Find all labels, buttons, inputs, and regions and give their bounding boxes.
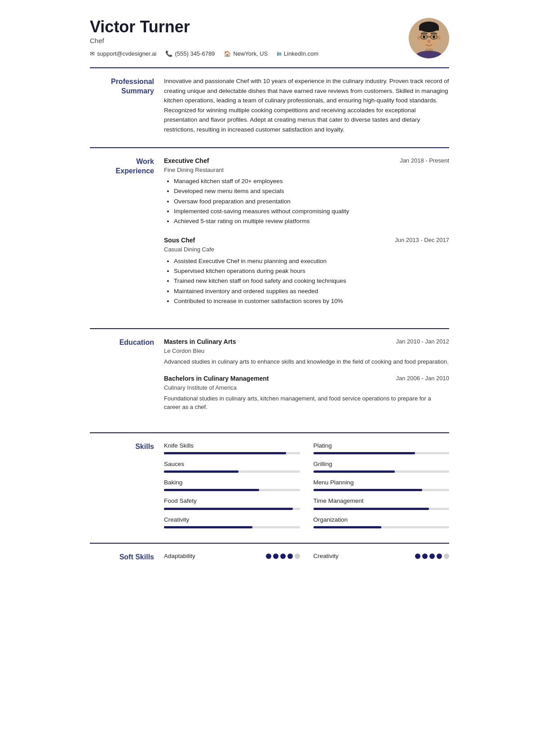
skill-name: Baking — [164, 478, 300, 487]
job-bullets: Assisted Executive Chef in menu planning… — [164, 257, 449, 306]
work-label-text: WorkExperience — [116, 158, 154, 175]
summary-content: Innovative and passionate Chef with 10 y… — [164, 76, 449, 135]
edu-school: Le Cordon Bleu — [164, 347, 449, 356]
linkedin-icon: in — [277, 50, 282, 58]
work-label: WorkExperience — [90, 156, 164, 316]
skills-content: Knife SkillsPlatingSaucesGrillingBakingM… — [164, 441, 449, 530]
summary-divider — [90, 147, 449, 148]
svg-point-12 — [433, 35, 435, 38]
education-label-text: Education — [119, 338, 154, 346]
header-left: Victor Turner Chef ✉ support@cvdesigner.… — [90, 18, 318, 58]
skills-label-text: Skills — [135, 443, 154, 450]
job-bullet: Trained new kitchen staff on food safety… — [174, 277, 449, 286]
education-divider — [90, 432, 449, 433]
job-bullet: Supervised kitchen operations during pea… — [174, 267, 449, 276]
skills-section: Skills Knife SkillsPlatingSaucesGrilling… — [90, 441, 449, 530]
edu-description: Foundational studies in culinary arts, k… — [164, 394, 449, 412]
skills-grid: Knife SkillsPlatingSaucesGrillingBakingM… — [164, 441, 449, 530]
skill-bar-fill — [164, 489, 259, 491]
phone-icon: 📞 — [165, 49, 172, 58]
soft-skill-item: Adaptability — [164, 552, 300, 561]
job-bullets: Managed kitchen staff of 20+ employeesDe… — [164, 177, 449, 226]
edu-header: Bachelors in Culinary ManagementJan 2006… — [164, 374, 449, 383]
soft-skills-section: Soft Skills AdaptabilityCreativity — [90, 552, 449, 562]
skill-bar-fill — [164, 470, 239, 473]
education-label: Education — [90, 337, 164, 420]
skill-name: Menu Planning — [314, 478, 450, 487]
skills-label: Skills — [90, 441, 164, 530]
skill-item: Sauces — [164, 460, 300, 473]
dot-filled — [415, 554, 420, 559]
svg-point-7 — [437, 35, 441, 40]
skill-bar-container — [314, 526, 450, 528]
job-bullet: Oversaw food preparation and presentatio… — [174, 197, 449, 206]
location-contact: 🏠 NewYork, US — [224, 49, 268, 58]
work-experience-section: WorkExperience Executive ChefJan 2018 - … — [90, 156, 449, 316]
email-icon: ✉ — [90, 49, 95, 58]
candidate-photo — [409, 18, 449, 58]
skill-bar-container — [314, 470, 450, 473]
professional-summary-section: ProfessionalSummary Innovative and passi… — [90, 76, 449, 135]
dot-filled — [266, 554, 271, 559]
soft-skill-name: Adaptability — [164, 552, 195, 561]
job-bullet: Assisted Executive Chef in menu planning… — [174, 257, 449, 266]
summary-text: Innovative and passionate Chef with 10 y… — [164, 76, 449, 135]
skill-item: Menu Planning — [314, 478, 450, 491]
edu-item: Bachelors in Culinary ManagementJan 2006… — [164, 374, 449, 412]
skill-bar-container — [164, 470, 300, 473]
skill-bar-container — [164, 526, 300, 528]
skill-bar-fill — [314, 452, 415, 454]
skill-bar-fill — [164, 526, 252, 528]
candidate-name: Victor Turner — [90, 18, 318, 36]
edu-school: Culinary Institute of America — [164, 383, 449, 392]
photo-svg — [409, 18, 449, 58]
skill-item: Organization — [314, 515, 450, 528]
email-contact: ✉ support@cvdesigner.ai — [90, 49, 156, 58]
resume-header: Victor Turner Chef ✉ support@cvdesigner.… — [90, 18, 449, 58]
soft-skill-name: Creativity — [314, 552, 339, 561]
skill-item: Grilling — [314, 460, 450, 473]
candidate-title: Chef — [90, 36, 318, 46]
work-divider — [90, 328, 449, 329]
svg-point-13 — [428, 40, 430, 43]
job-header: Sous ChefJun 2013 - Dec 2017 — [164, 236, 449, 245]
education-content: Masters in Culinary ArtsJan 2010 - Jan 2… — [164, 337, 449, 420]
edu-date: Jan 2006 - Jan 2010 — [396, 374, 449, 383]
edu-date: Jan 2010 - Jan 2012 — [396, 337, 449, 346]
job-company: Casual Dining Cafe — [164, 245, 449, 254]
skill-bar-fill — [314, 470, 395, 473]
skill-bar-container — [314, 452, 450, 454]
job-date: Jan 2018 - Present — [400, 156, 449, 165]
contact-info: ✉ support@cvdesigner.ai 📞 (555) 345-6789… — [90, 49, 318, 58]
dot-empty — [295, 554, 300, 559]
dot-filled — [437, 554, 442, 559]
edu-header: Masters in Culinary ArtsJan 2010 - Jan 2… — [164, 337, 449, 347]
skill-item: Baking — [164, 478, 300, 491]
skill-name: Creativity — [164, 515, 300, 524]
linkedin-contact: in LinkedIn.com — [277, 49, 318, 58]
skill-item: Food Safety — [164, 497, 300, 510]
job-bullet: Contributed to increase in customer sati… — [174, 297, 449, 306]
dot-filled — [429, 554, 435, 559]
skill-bar-container — [164, 489, 300, 491]
soft-skills-label-text: Soft Skills — [119, 553, 154, 561]
location-text: NewYork, US — [233, 49, 268, 58]
skill-name: Food Safety — [164, 497, 300, 505]
job-company: Fine Dining Restaurant — [164, 166, 449, 175]
skill-name: Sauces — [164, 460, 300, 469]
skill-bar-fill — [314, 526, 381, 528]
soft-skills-label: Soft Skills — [90, 552, 164, 562]
skill-bar-container — [314, 508, 450, 510]
soft-skill-item: Creativity — [314, 552, 450, 561]
header-divider — [90, 67, 449, 68]
job-header: Executive ChefJan 2018 - Present — [164, 156, 449, 166]
job-title: Executive Chef — [164, 156, 209, 166]
work-content: Executive ChefJan 2018 - PresentFine Din… — [164, 156, 449, 316]
job-title: Sous Chef — [164, 236, 195, 245]
dots-container — [266, 554, 300, 559]
soft-skills-content: AdaptabilityCreativity — [164, 552, 449, 562]
dot-empty — [444, 554, 449, 559]
skill-name: Time Management — [314, 497, 450, 505]
dot-filled — [287, 554, 293, 559]
job-bullet: Maintained inventory and ordered supplie… — [174, 287, 449, 296]
